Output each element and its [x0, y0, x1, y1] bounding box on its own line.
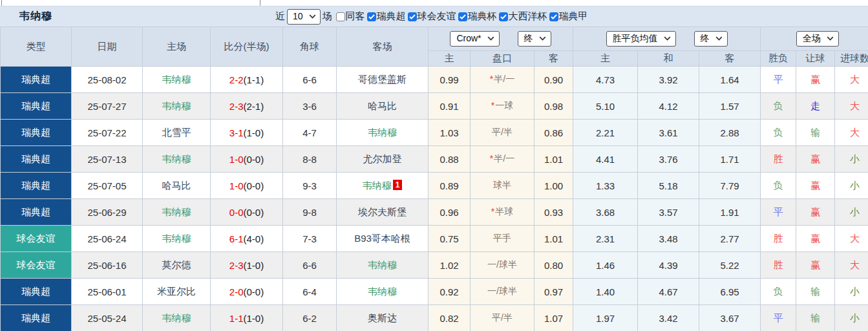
match-row: 瑞典超 25-05-24 韦纳穆 1-1(1-0) 6-2 奥斯达 0.82 平…	[1, 305, 868, 331]
filter-checkbox[interactable]	[499, 12, 508, 21]
corners-cell: 6-6	[283, 67, 337, 93]
result-outcome-text: 平	[774, 206, 783, 217]
filter-item: 同客	[336, 10, 365, 23]
home-team-link[interactable]: 韦纳穆	[162, 206, 191, 217]
home-team-link[interactable]: 米亚尔比	[157, 286, 196, 297]
filter-checkbox[interactable]	[549, 12, 558, 21]
matches-label: 场	[323, 10, 332, 23]
corners-cell: 9-3	[283, 173, 337, 199]
subcol-handicap: 盘口	[471, 51, 535, 67]
filter-item: 瑞典甲	[549, 10, 588, 23]
home-team-link[interactable]: 韦纳穆	[162, 153, 191, 164]
scope-value: 全场	[803, 33, 821, 44]
result-goals-text: 小	[850, 180, 860, 191]
col-header-away: 客场	[337, 27, 429, 67]
result-handicap-text: 输	[810, 286, 820, 297]
result-handicap: 赢	[796, 173, 835, 199]
team-header-band: 韦纳穆 近 10 场 同客 瑞典超 球会友谊 瑞典杯 大西洋杯 瑞典甲	[0, 6, 868, 27]
result-handicap-text: 输	[810, 312, 820, 323]
result-outcome: 胜	[761, 146, 796, 173]
result-handicap-text: 赢	[810, 180, 820, 191]
away-team-link[interactable]: 尤尔加登	[363, 153, 402, 164]
handicap-home-odds: 0.89	[429, 173, 471, 199]
away-team-cell: 韦纳穆	[337, 252, 429, 279]
away-team-link[interactable]: 奥斯达	[368, 312, 397, 323]
divider-line	[1, 0, 2, 6]
result-handicap-text: 赢	[810, 259, 820, 270]
filter-checkbox[interactable]	[336, 12, 345, 21]
handicap-line-cell: 球半	[471, 173, 535, 199]
result-handicap-text: 赢	[810, 153, 820, 164]
handicap-away-odds: 0.80	[535, 252, 573, 279]
match-row: 瑞典超 25-08-02 韦纳穆 2-2(1-1) 6-6 哥德堡盖斯 0.99…	[1, 67, 868, 93]
odds-state-select[interactable]: 终	[518, 31, 551, 47]
home-team-link[interactable]: 哈马比	[162, 180, 191, 191]
score-cell: 0-0(0-0)	[211, 199, 283, 226]
result-outcome-text: 平	[774, 74, 783, 85]
red-card-badge: 1	[393, 180, 403, 190]
away-team-cell: 韦纳穆	[337, 120, 429, 146]
home-team-link[interactable]: 韦纳穆	[162, 74, 191, 85]
handicap-home-odds: 0.75	[429, 226, 471, 252]
chevron-down-icon	[827, 36, 834, 41]
away-team-link[interactable]: 韦纳穆	[368, 259, 397, 270]
home-team-link[interactable]: 莫尔德	[162, 259, 191, 270]
score-cell: 3-1(1-0)	[211, 120, 283, 146]
result-handicap: 赢	[796, 146, 835, 173]
filter-checkbox[interactable]	[367, 12, 376, 21]
result-outcome-text: 平	[774, 312, 783, 323]
halftime-score: (0-0)	[244, 154, 264, 165]
avg-draw-odds: 3.42	[638, 305, 699, 331]
avg-state-select[interactable]: 终	[694, 31, 728, 47]
match-row: 瑞典超 25-06-01 米亚尔比 2-0(0-0) 6-4 韦纳穆 0.92 …	[1, 279, 868, 305]
fulltime-score: 2-3	[229, 260, 244, 271]
avg-draw-odds: 3.57	[638, 199, 699, 226]
filter-label: 瑞典甲	[559, 10, 588, 23]
avg-odds-select[interactable]: 胜平负均值	[606, 31, 676, 47]
away-team-link[interactable]: 埃尔夫斯堡	[358, 206, 407, 217]
fulltime-score: 0-0	[229, 207, 244, 218]
avg-away-odds: 7.79	[699, 173, 761, 199]
home-team-cell: 韦纳穆	[143, 305, 211, 331]
away-team-link[interactable]: 韦纳穆	[368, 127, 397, 138]
filter-checkbox[interactable]	[408, 12, 417, 21]
odds-provider-select[interactable]: Crow*	[450, 31, 499, 47]
odds-provider-group: Crow* 终	[429, 27, 573, 51]
result-goals-text: 大	[850, 74, 860, 85]
away-team-link[interactable]: 哈马比	[368, 100, 397, 111]
odds-provider-value: Crow*	[456, 33, 481, 44]
home-team-link[interactable]: 韦纳穆	[162, 100, 191, 111]
recent-matches-select[interactable]: 10	[287, 9, 321, 25]
avg-odds-group: 胜平负均值 终	[573, 27, 761, 51]
result-outcome: 平	[761, 305, 796, 331]
filter-checkbox[interactable]	[458, 12, 467, 21]
handicap-line-cell: *一球	[471, 93, 535, 120]
check-icon	[551, 14, 557, 19]
away-team-link[interactable]: B93哥本哈根	[354, 233, 410, 244]
subcol-result: 胜负	[761, 51, 796, 67]
away-team-link[interactable]: 韦纳穆	[363, 180, 392, 191]
avg-draw-odds: 3.48	[638, 226, 699, 252]
col-header-date: 日期	[72, 27, 143, 67]
result-outcome: 负	[761, 120, 796, 146]
league-type-badge: 瑞典超	[1, 173, 72, 199]
result-outcome: 平	[761, 199, 796, 226]
result-goals: 小	[835, 279, 868, 305]
chevron-down-icon	[539, 36, 546, 41]
score-cell: 2-3(1-0)	[211, 252, 283, 279]
home-team-link[interactable]: 韦纳穆	[162, 233, 191, 244]
home-team-link[interactable]: 北雪平	[162, 127, 191, 138]
avg-home-odds: 3.68	[573, 199, 638, 226]
check-icon	[460, 14, 466, 19]
away-team-link[interactable]: 哥德堡盖斯	[358, 74, 407, 85]
away-team-link[interactable]: 韦纳穆	[368, 286, 397, 297]
result-goals-text: 小	[850, 206, 860, 217]
result-goals: 大	[835, 252, 868, 279]
scope-select[interactable]: 全场	[796, 31, 839, 47]
halftime-score: (1-0)	[244, 260, 264, 271]
corners-cell: 8-8	[283, 146, 337, 173]
halftime-score: (1-1)	[244, 74, 264, 85]
handicap-line: 半球	[495, 206, 513, 217]
home-team-link[interactable]: 韦纳穆	[162, 312, 191, 323]
match-row: 瑞典超 25-07-13 韦纳穆 1-0(0-0) 8-8 尤尔加登 0.88 …	[1, 146, 868, 173]
